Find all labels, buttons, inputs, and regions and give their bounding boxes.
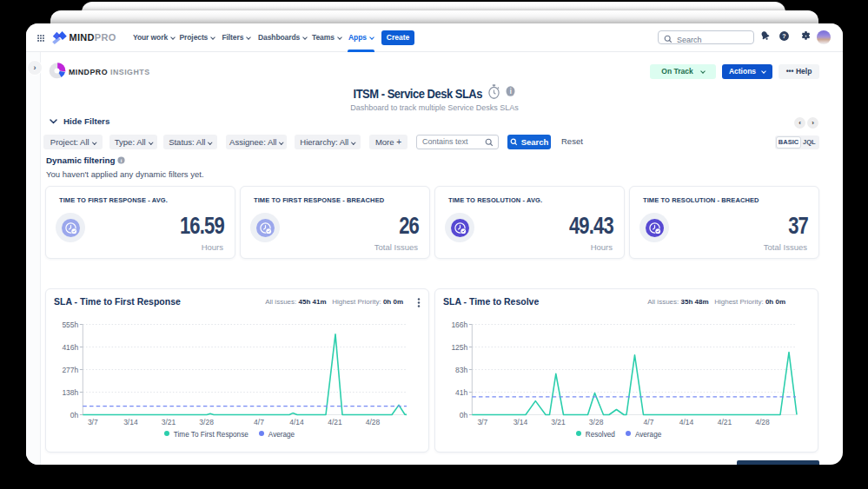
svg-text:4/28: 4/28 xyxy=(755,418,770,426)
svg-text:166h: 166h xyxy=(451,320,467,329)
svg-text:138h: 138h xyxy=(62,388,78,397)
svg-text:?: ? xyxy=(782,33,785,39)
svg-text:3/7: 3/7 xyxy=(477,418,487,426)
svg-text:4/7: 4/7 xyxy=(254,418,264,426)
svg-text:41h: 41h xyxy=(455,388,467,397)
svg-text:0h: 0h xyxy=(70,411,79,420)
svg-text:3/14: 3/14 xyxy=(123,418,138,426)
svg-text:3/28: 3/28 xyxy=(589,418,604,426)
svg-text:3/21: 3/21 xyxy=(551,418,566,426)
svg-text:416h: 416h xyxy=(62,343,78,352)
svg-text:125h: 125h xyxy=(451,343,467,352)
svg-text:3/14: 3/14 xyxy=(514,418,528,426)
svg-text:4/7: 4/7 xyxy=(644,418,654,426)
svg-text:4/21: 4/21 xyxy=(328,418,342,426)
svg-text:555h: 555h xyxy=(62,320,78,329)
svg-text:3/21: 3/21 xyxy=(162,418,176,426)
svg-text:i: i xyxy=(121,156,123,162)
svg-text:277h: 277h xyxy=(62,366,78,374)
svg-text:4/14: 4/14 xyxy=(679,418,694,426)
svg-text:83h: 83h xyxy=(455,366,467,374)
svg-text:i: i xyxy=(510,87,512,96)
svg-text:0h: 0h xyxy=(460,411,468,420)
svg-text:4/14: 4/14 xyxy=(289,418,304,426)
svg-text:4/28: 4/28 xyxy=(366,418,381,426)
svg-text:3/28: 3/28 xyxy=(199,418,214,426)
svg-text:4/21: 4/21 xyxy=(718,418,732,426)
svg-text:3/7: 3/7 xyxy=(88,418,98,426)
